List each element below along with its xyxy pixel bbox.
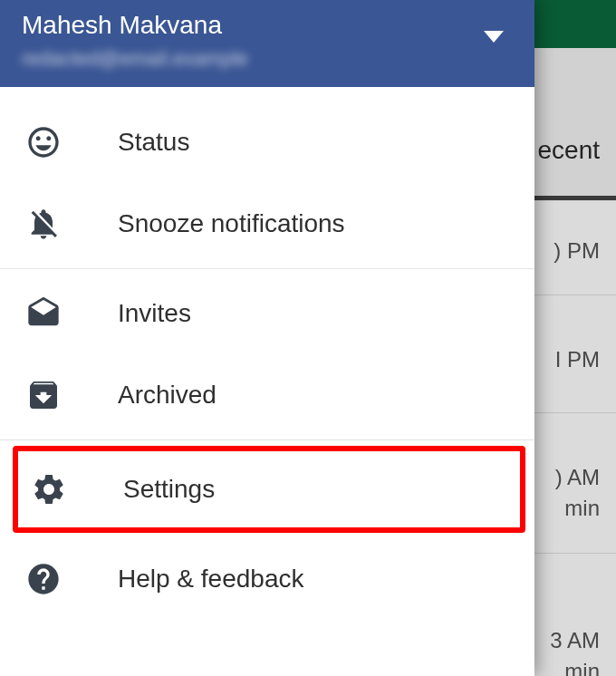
- menu-divider: [0, 268, 534, 269]
- menu-label: Archived: [118, 381, 217, 410]
- menu-label: Invites: [118, 299, 191, 328]
- archive-icon: [22, 373, 65, 417]
- menu-item-archived[interactable]: Archived: [0, 354, 534, 436]
- drawer-header[interactable]: Mahesh Makvana redacted@email.example: [0, 0, 534, 87]
- settings-highlight: Settings: [13, 446, 525, 533]
- envelope-open-icon: [22, 292, 65, 335]
- menu-item-settings[interactable]: Settings: [22, 451, 520, 527]
- drawer-menu: Status Snooze notifications Invites: [0, 87, 534, 620]
- smiley-icon: [22, 121, 65, 164]
- account-dropdown-icon[interactable]: [484, 31, 504, 43]
- menu-item-snooze[interactable]: Snooze notifications: [0, 183, 534, 265]
- help-icon: [22, 557, 65, 601]
- navigation-drawer: Mahesh Makvana redacted@email.example St…: [0, 0, 534, 676]
- account-name: Mahesh Makvana: [22, 11, 513, 40]
- menu-label: Snooze notifications: [118, 209, 345, 238]
- menu-divider: [0, 439, 534, 440]
- gear-icon: [27, 468, 71, 511]
- menu-label: Status: [118, 128, 189, 157]
- menu-item-status[interactable]: Status: [0, 101, 534, 183]
- menu-item-invites[interactable]: Invites: [0, 273, 534, 354]
- menu-label: Help & feedback: [118, 565, 303, 594]
- account-email-redacted: redacted@email.example: [22, 47, 513, 71]
- bell-off-icon: [22, 202, 65, 246]
- menu-label: Settings: [123, 475, 215, 504]
- menu-item-help[interactable]: Help & feedback: [0, 538, 534, 620]
